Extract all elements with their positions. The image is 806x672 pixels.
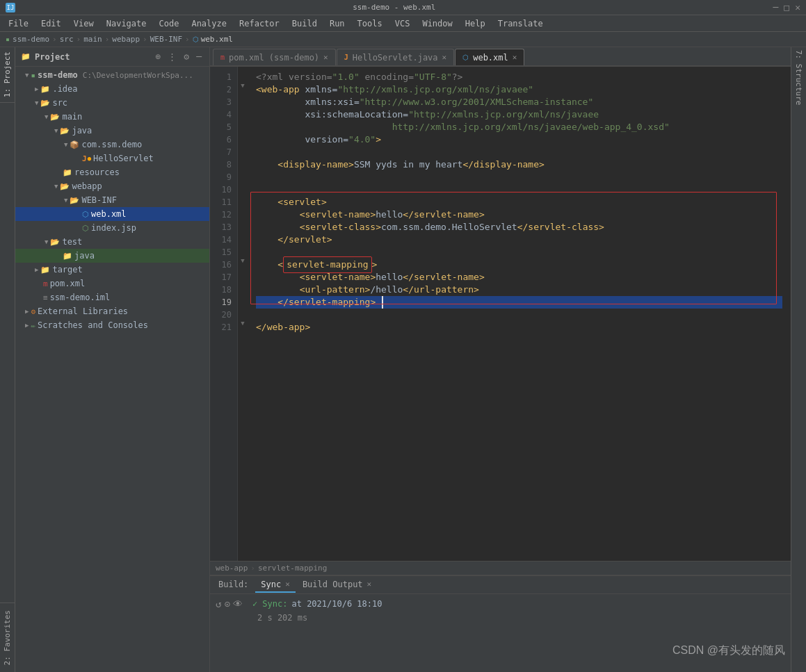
gc-18	[238, 279, 248, 292]
code-line-14: </servlet>	[256, 233, 782, 246]
tree-item-external-libs[interactable]: ▶ ⚙ External Libraries	[15, 304, 209, 318]
package-icon: 📦	[70, 140, 79, 149]
breadcrumb-webxml[interactable]: web.xml	[201, 35, 233, 44]
tree-item-main[interactable]: ▼ 📂 main	[15, 110, 209, 124]
pom-tab-close[interactable]: ✕	[323, 53, 328, 62]
scratch-icon: ✏	[31, 321, 35, 330]
menu-vcs[interactable]: VCS	[389, 17, 416, 30]
gc-21[interactable]: ▼	[238, 317, 248, 329]
code-line-5: http://xmlns.jcp.org/xml/ns/javaee/web-a…	[256, 121, 782, 133]
resources-label: resources	[74, 167, 120, 177]
build-target-icon[interactable]: ⊙	[224, 598, 229, 609]
menu-translate[interactable]: Translate	[492, 17, 549, 30]
tree-item-iml[interactable]: ≡ ssm-demo.iml	[15, 290, 209, 304]
breadcrumb-webxml-container: ⬡ web.xml	[193, 35, 233, 44]
scratches-label: Scratches and Consoles	[38, 320, 148, 330]
menu-bar: File Edit View Navigate Code Analyze Ref…	[0, 15, 806, 32]
tree-item-webinf[interactable]: ▼ 📂 WEB-INF	[15, 193, 209, 207]
tree-item-pomxml[interactable]: m pom.xml	[15, 277, 209, 290]
breadcrumb-ssmdemo[interactable]: ssm-demo	[13, 35, 49, 44]
gc-2[interactable]: ▼	[238, 79, 248, 92]
tree-item-scratches[interactable]: ▶ ✏ Scratches and Consoles	[15, 318, 209, 332]
code-line-9	[256, 171, 782, 183]
panel-layout-btn[interactable]: ⋮	[166, 51, 179, 63]
breadcrumb-src[interactable]: src	[60, 35, 74, 44]
sync-tab-close[interactable]: ✕	[285, 580, 290, 589]
ln-7: 7	[210, 146, 232, 158]
ln-11: 11	[210, 196, 232, 208]
project-tab-vertical[interactable]: 1: Project	[0, 47, 15, 103]
code-editor: 1 2 3 4 5 6 7 8 9 10 11 12 13 14 15 16 1…	[210, 67, 791, 561]
tree-item-java[interactable]: ▼ 📂 java	[15, 124, 209, 138]
code-line-6: version="4.0">	[256, 133, 782, 146]
close-btn[interactable]: ✕	[795, 2, 800, 13]
ln-1: 1	[210, 71, 232, 83]
menu-edit[interactable]: Edit	[35, 17, 67, 30]
favorites-tab-vertical[interactable]: 2: Favorites	[0, 603, 15, 672]
sync-status: ✓ Sync:	[252, 599, 288, 609]
menu-code[interactable]: Code	[154, 17, 185, 30]
java-tab-icon: J	[344, 54, 348, 61]
minimize-btn[interactable]: ─	[773, 2, 779, 13]
tree-item-indexjsp[interactable]: ⬡ index.jsp	[15, 221, 209, 235]
left-strip: 1: Project 2: Favorites	[0, 47, 15, 672]
ln-6: 6	[210, 133, 232, 146]
extlibs-label: External Libraries	[38, 306, 128, 316]
tree-item-package[interactable]: ▼ 📦 com.ssm.demo	[15, 138, 209, 151]
breadcrumb-webapp[interactable]: webapp	[112, 35, 140, 44]
ln-8: 8	[210, 158, 232, 171]
menu-build[interactable]: Build	[287, 17, 323, 30]
tree-item-webxml[interactable]: ⬡ web.xml	[15, 207, 209, 221]
menu-refactor[interactable]: Refactor	[234, 17, 285, 30]
tree-item-helloservlet[interactable]: J ● HelloServlet	[15, 151, 209, 165]
bottom-tab-build[interactable]: Build:	[213, 577, 254, 593]
tree-item-resources[interactable]: 📁 resources	[15, 165, 209, 179]
tab-webxml[interactable]: ⬡ web.xml ✕	[455, 49, 524, 65]
target-label: target	[52, 265, 82, 274]
arrow-src: ▼	[35, 99, 38, 106]
structure-tab-vertical[interactable]: 7: Structure	[794, 50, 803, 106]
menu-tools[interactable]: Tools	[352, 17, 388, 30]
tree-item-target[interactable]: ▶ 📁 target	[15, 263, 209, 277]
bottom-tab-buildoutput[interactable]: Build Output ✕	[297, 577, 377, 593]
panel-settings-btn[interactable]: ⚙	[182, 51, 191, 63]
tree-item-testjava[interactable]: 📁 java	[15, 249, 209, 263]
project-folder-icon: 📁	[21, 52, 31, 61]
panel-add-btn[interactable]: ⊕	[154, 51, 163, 63]
indexjsp-label: index.jsp	[91, 223, 136, 233]
hello-tab-close[interactable]: ✕	[442, 53, 447, 62]
arrow-scratches: ▶	[25, 322, 29, 329]
bottom-tab-sync[interactable]: Sync ✕	[255, 577, 296, 593]
tree-item-src[interactable]: ▼ 📂 src	[15, 96, 209, 110]
tree-item-ssmdemo[interactable]: ▼ ▪ ssm-demo C:\DevelopmentWorkSpa...	[15, 68, 209, 82]
webxml-tab-close[interactable]: ✕	[513, 53, 517, 62]
build-rerun-icon[interactable]: ↺	[216, 598, 221, 609]
menu-navigate[interactable]: Navigate	[101, 17, 152, 30]
menu-help[interactable]: Help	[460, 17, 491, 30]
build-tab-label: Build:	[218, 580, 248, 589]
buildoutput-tab-close[interactable]: ✕	[367, 580, 372, 589]
tree-item-idea[interactable]: ▶ 📁 .idea	[15, 82, 209, 96]
menu-analyze[interactable]: Analyze	[186, 17, 232, 30]
gc-16[interactable]: ▼	[238, 254, 248, 267]
tab-pomxml[interactable]: m pom.xml (ssm-demo) ✕	[213, 49, 336, 65]
tab-helloservlet[interactable]: J HelloServlet.java ✕	[337, 49, 454, 65]
menu-run[interactable]: Run	[324, 17, 350, 30]
breadcrumb-webinf[interactable]: WEB-INF	[150, 35, 182, 44]
ln-15: 15	[210, 246, 232, 259]
panel-header: 📁 Project ⊕ ⋮ ⚙ ─	[15, 47, 209, 67]
breadcrumb-main[interactable]: main	[83, 35, 102, 44]
tree-item-test[interactable]: ▼ 📂 test	[15, 235, 209, 249]
build-eye-icon[interactable]: 👁	[233, 598, 243, 609]
panel-minimize-btn[interactable]: ─	[194, 51, 204, 63]
right-strip: 7: Structure	[791, 47, 806, 672]
menu-window[interactable]: Window	[417, 17, 458, 30]
tree-item-webapp[interactable]: ▼ 📂 webapp	[15, 179, 209, 193]
ln-13: 13	[210, 221, 232, 233]
package-label: com.ssm.demo	[81, 140, 142, 149]
code-content[interactable]: <?xml version="1.0" encoding="UTF-8"?> <…	[248, 67, 791, 561]
maximize-btn[interactable]: □	[784, 2, 789, 13]
menu-view[interactable]: View	[68, 17, 99, 30]
menu-file[interactable]: File	[3, 17, 34, 30]
bottom-tabs: Build: Sync ✕ Build Output ✕	[210, 576, 791, 594]
